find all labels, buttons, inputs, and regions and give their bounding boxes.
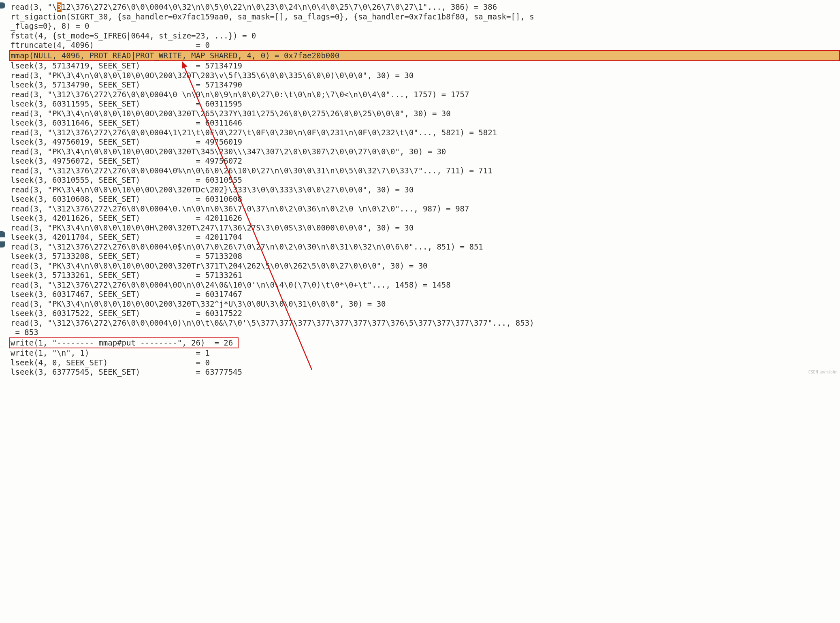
gutter-indicator [0,2,5,9]
strace-line-highlighted-mmap: mmap(NULL, 4096, PROT_READ|PROT_WRITE, M… [9,50,840,62]
strace-line: read(3, "\312\376\272\276\0\0\0004\0$\n\… [11,242,840,252]
strace-line: lseek(3, 57134790, SEEK_SET) = 57134790 [11,80,840,90]
strace-line: lseek(3, 57133208, SEEK_SET) = 57133208 [11,252,840,261]
strace-line: _flags=0}, 8) = 0 [11,21,840,31]
strace-line: lseek(3, 60311595, SEEK_SET) = 60311595 [11,99,840,109]
strace-line: read(3, "PK\3\4\n\0\0\0\10\0\0H\200\320T… [11,223,840,233]
strace-line: read(3, "\312\376\272\276\0\0\0004\0\32\… [11,2,840,12]
strace-line: lseek(3, 60310555, SEEK_SET) = 60310555 [11,175,840,185]
strace-line: lseek(3, 60317522, SEEK_SET) = 60317522 [11,309,840,318]
strace-line: lseek(4, 0, SEEK_SET) = 0 [11,358,840,368]
strace-line: write(1, "\n", 1) = 1 [11,348,840,358]
gutter-indicator [0,231,5,237]
strace-line: lseek(3, 49756072, SEEK_SET) = 49756072 [11,156,840,166]
strace-line: read(3, "\312\376\272\276\0\0\0004\0.\n\… [11,204,840,214]
strace-line: read(3, "PK\3\4\n\0\0\0\10\0\0O\200\320T… [11,71,840,81]
watermark: CSDN @vnjohn [808,367,838,377]
strace-line: = 853 [11,328,840,337]
strace-line: read(3, "\312\376\272\276\0\0\0004\1\21\… [11,128,840,138]
strace-line: read(3, "PK\3\4\n\0\0\0\10\0\0O\200\320T… [11,185,840,195]
strace-line: lseek(3, 57133261, SEEK_SET) = 57133261 [11,271,840,280]
strace-line: lseek(3, 63777545, SEEK_SET) = 63777545 [11,367,840,377]
strace-line: rt_sigaction(SIGRT_30, {sa_handler=0x7fa… [11,12,840,22]
strace-line: ftruncate(4, 4096) = 0 [11,41,840,50]
strace-line: read(3, "\312\376\272\276\0\0\0004\0_\n\… [11,90,840,100]
strace-line: read(3, "PK\3\4\n\0\0\0\10\0\0O\200\320T… [11,261,840,271]
strace-line: read(3, "\312\376\272\276\0\0\0004\0O\n\… [11,280,840,290]
strace-line: read(3, "\312\376\272\276\0\0\0004\0%\n\… [11,166,840,176]
strace-line-boxed-write: write(1, "-------- mmap#put --------", 2… [9,337,239,349]
strace-line: lseek(3, 49756019, SEEK_SET) = 49756019 [11,137,840,147]
strace-line: lseek(3, 42011626, SEEK_SET) = 42011626 [11,213,840,223]
strace-line: lseek(3, 42011704, SEEK_SET) = 42011704 [11,233,840,242]
strace-line: lseek(3, 60311646, SEEK_SET) = 60311646 [11,118,840,128]
cursor: 3 [57,2,61,12]
strace-line: read(3, "PK\3\4\n\0\0\0\10\0\0O\200\320T… [11,299,840,309]
strace-line: read(3, "PK\3\4\n\0\0\0\10\0\0O\200\320T… [11,109,840,119]
strace-line: lseek(3, 60310608, SEEK_SET) = 60310608 [11,194,840,204]
strace-line: fstat(4, {st_mode=S_IFREG|0644, st_size=… [11,31,840,41]
gutter-indicator [0,241,5,247]
strace-line: read(3, "\312\376\272\276\0\0\0004\0)\n\… [11,318,840,328]
strace-line: write(1, "-------- mmap#put --------", 2… [11,337,840,349]
strace-line: lseek(3, 60317467, SEEK_SET) = 60317467 [11,290,840,299]
strace-line: lseek(3, 57134719, SEEK_SET) = 57134719 [11,61,840,71]
strace-line: read(3, "PK\3\4\n\0\0\0\10\0\0O\200\320T… [11,147,840,157]
